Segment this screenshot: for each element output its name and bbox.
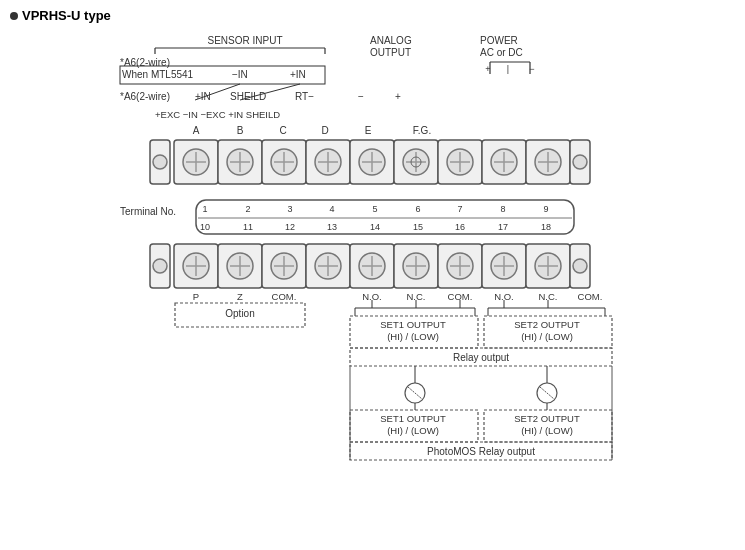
svg-point-61 [573,155,587,169]
svg-text:AC or DC: AC or DC [480,47,523,58]
svg-text:18: 18 [541,222,551,232]
set2-hi-low-label: (HI) / (LOW) [521,331,573,342]
svg-line-137 [540,387,554,399]
svg-text:16: 16 [455,222,465,232]
svg-line-135 [408,387,422,399]
set1-output-label: SET1 OUTPUT [380,319,446,330]
svg-point-121 [573,259,587,273]
set1-hi-low-label: (HI) / (LOW) [387,331,439,342]
col-e-label: E [365,125,372,136]
col-a-label: A [193,125,200,136]
svg-text:+: + [395,91,401,102]
svg-text:9: 9 [543,204,548,214]
analog-output-label: ANALOG [370,35,412,46]
when-mtl5541-label: When MTL5541 [122,69,194,80]
terminal-no-label: Terminal No. [120,206,176,217]
svg-text:+IN: +IN [290,69,306,80]
set2-output-label: SET2 OUTPUT [514,319,580,330]
svg-text:|: | [507,64,509,74]
svg-text:5: 5 [372,204,377,214]
svg-text:7: 7 [457,204,462,214]
power-label: POWER [480,35,518,46]
svg-text:6: 6 [415,204,420,214]
svg-text:14: 14 [370,222,380,232]
svg-text:+: + [485,64,490,74]
col-fg-label: F.G. [413,125,431,136]
upper-terminal-block [174,140,590,184]
svg-text:11: 11 [243,222,253,232]
col-c-label: C [279,125,286,136]
page: VPRHS-U type SENSOR INPUT ANALOG OUTPUT … [0,0,745,550]
svg-text:2: 2 [245,204,250,214]
svg-text:13: 13 [327,222,337,232]
svg-text:OUTPUT: OUTPUT [370,47,411,58]
svg-text:15: 15 [413,222,423,232]
col-d-label: D [321,125,328,136]
svg-point-83 [153,259,167,273]
com1-label: COM. [272,291,297,302]
svg-text:−: − [358,91,364,102]
set2-pmos-output-label: SET2 OUTPUT [514,413,580,424]
svg-text:12: 12 [285,222,295,232]
svg-text:SHEILD: SHEILD [230,91,266,102]
set1-pmos-hi-low-label: (HI) / (LOW) [387,425,439,436]
svg-text:−IN: −IN [232,69,248,80]
set1-pmos-output-label: SET1 OUTPUT [380,413,446,424]
relay-output-label: Relay output [453,352,509,363]
svg-text:−: − [529,64,534,74]
com3-label: COM. [578,291,603,302]
svg-text:8: 8 [500,204,505,214]
svg-text:17: 17 [498,222,508,232]
p-label: P [193,291,199,302]
photomos-relay-label: PhotoMOS Relay output [427,446,535,457]
z-label: Z [237,291,243,302]
svg-text:RT−: RT− [295,91,314,102]
svg-text:3: 3 [287,204,292,214]
svg-text:4: 4 [329,204,334,214]
option-label: Option [225,308,254,319]
set2-pmos-hi-low-label: (HI) / (LOW) [521,425,573,436]
col-b-label: B [237,125,244,136]
svg-point-22 [153,155,167,169]
svg-text:10: 10 [200,222,210,232]
svg-text:1: 1 [202,204,207,214]
exc-labels: +EXC −IN −EXC +IN SHEILD [155,109,280,120]
a6-2wire-2-label: *A6(2-wire) [120,91,170,102]
wiring-diagram: SENSOR INPUT ANALOG OUTPUT POWER AC or D… [0,0,720,510]
sensor-input-label: SENSOR INPUT [207,35,282,46]
lower-terminal-block [150,244,590,288]
svg-text:+IN: +IN [195,91,211,102]
